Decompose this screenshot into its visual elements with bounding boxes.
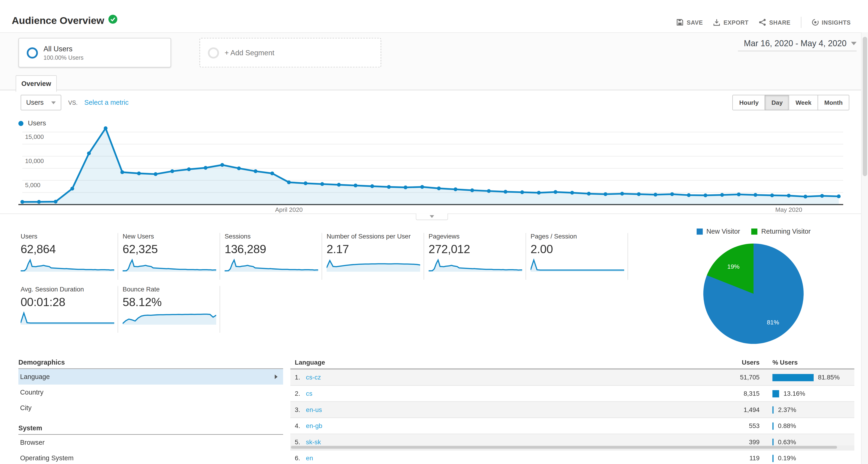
export-label: EXPORT bbox=[723, 19, 749, 26]
table-horizontal-scrollbar[interactable] bbox=[290, 445, 854, 450]
granularity-month[interactable]: Month bbox=[817, 95, 849, 110]
row-pct: 0.88% bbox=[778, 418, 796, 434]
scorecard-value: 136,289 bbox=[222, 243, 321, 256]
metric-picker-row: Users VS. Select a metric bbox=[21, 95, 129, 110]
table-row: 6.en1190.19% bbox=[290, 450, 854, 464]
row-pct: 13.16% bbox=[783, 386, 805, 402]
nav-item-label: Operating System bbox=[20, 450, 73, 464]
pct-bar bbox=[772, 390, 779, 397]
scorecard-value: 00:01:28 bbox=[18, 296, 118, 309]
granularity-week[interactable]: Week bbox=[789, 95, 818, 110]
language-link[interactable]: cs bbox=[306, 386, 313, 402]
row-users: 1,494 bbox=[744, 402, 760, 418]
row-users: 51,705 bbox=[740, 369, 760, 386]
row-pct: 0.19% bbox=[778, 450, 796, 464]
pie-label-new-visitor: 81% bbox=[767, 319, 779, 326]
legend-swatch-icon bbox=[696, 228, 703, 234]
chevron-down-icon bbox=[52, 101, 56, 104]
legend-swatch-icon bbox=[751, 228, 757, 234]
svg-text:April 2020: April 2020 bbox=[275, 206, 303, 213]
export-icon bbox=[713, 18, 721, 26]
svg-text:15,000: 15,000 bbox=[25, 133, 44, 140]
scorecard-pages-session: Pages / Session2.00 bbox=[528, 233, 628, 280]
page-vertical-scrollbar[interactable] bbox=[861, 32, 868, 464]
scrollbar-thumb[interactable] bbox=[291, 446, 837, 449]
scorecard-sparkline bbox=[224, 259, 318, 272]
nav-item-label: City bbox=[20, 400, 32, 416]
tab-overview[interactable]: Overview bbox=[16, 75, 57, 92]
scorecard-value: 2.17 bbox=[324, 243, 424, 256]
users-line-chart: 5,00010,00015,000April 2020May 2020 bbox=[0, 117, 868, 220]
add-segment-label: + Add Segment bbox=[224, 49, 274, 57]
pct-bar bbox=[772, 455, 773, 462]
save-icon bbox=[676, 18, 684, 26]
language-link[interactable]: en bbox=[306, 450, 313, 464]
chevron-down-icon bbox=[851, 41, 857, 45]
language-link[interactable]: cs-cz bbox=[306, 369, 321, 386]
language-link[interactable]: en-gb bbox=[306, 418, 322, 434]
col-pct-users: % Users bbox=[772, 357, 798, 368]
share-icon bbox=[758, 18, 767, 26]
legend-label: New Visitor bbox=[706, 227, 740, 235]
pie-legend: New VisitorReturning Visitor bbox=[642, 227, 865, 235]
page-title: Audience Overview bbox=[11, 14, 118, 27]
nav-item-operating-system[interactable]: Operating System bbox=[18, 450, 283, 464]
row-users: 119 bbox=[749, 450, 760, 464]
scorecard-value: 2.00 bbox=[528, 243, 627, 256]
collapse-arrow-icon bbox=[430, 215, 434, 218]
scorecard-label: Pages / Session bbox=[528, 233, 627, 240]
row-rank: 1. bbox=[295, 369, 300, 386]
scorecard-pageviews: Pageviews272,012 bbox=[426, 233, 526, 280]
select-metric-link[interactable]: Select a metric bbox=[84, 99, 128, 106]
nav-item-browser[interactable]: Browser bbox=[18, 435, 283, 450]
granularity-hourly[interactable]: Hourly bbox=[733, 95, 765, 110]
scorecard-avg-session-duration: Avg. Session Duration00:01:28 bbox=[18, 286, 118, 333]
scorecard-value: 62,864 bbox=[18, 243, 118, 256]
scorecard-sparkline bbox=[531, 259, 624, 272]
segment-all-users[interactable]: All Users 100.00% Users bbox=[18, 38, 171, 67]
tab-overview-label: Overview bbox=[21, 80, 51, 88]
segment-subtitle: 100.00% Users bbox=[43, 54, 83, 61]
granularity-day[interactable]: Day bbox=[765, 95, 789, 110]
save-label: SAVE bbox=[687, 19, 703, 26]
pct-bar bbox=[772, 406, 774, 413]
pct-bar bbox=[772, 439, 773, 446]
date-range-selector[interactable]: Mar 16, 2020 - May 4, 2020 bbox=[738, 36, 857, 51]
scorecard-sparkline bbox=[123, 259, 216, 272]
add-segment-button[interactable]: + Add Segment bbox=[199, 38, 381, 67]
scorecard-sparkline bbox=[327, 259, 420, 272]
pie-label-returning-visitor: 19% bbox=[727, 263, 740, 270]
svg-text:5,000: 5,000 bbox=[25, 182, 40, 189]
share-button[interactable]: SHARE bbox=[756, 17, 793, 27]
scorecard-label: Users bbox=[18, 233, 118, 240]
nav-item-language[interactable]: Language bbox=[18, 369, 283, 384]
nav-item-label: Language bbox=[20, 369, 50, 384]
language-link[interactable]: en-us bbox=[306, 402, 322, 418]
chart-collapse-button[interactable] bbox=[416, 213, 448, 220]
scorecard-label: Pageviews bbox=[426, 233, 526, 240]
nav-item-country[interactable]: Country bbox=[18, 384, 283, 400]
row-rank: 4. bbox=[295, 418, 300, 434]
row-pct: 2.37% bbox=[778, 402, 796, 418]
actions-divider bbox=[801, 17, 801, 28]
scrollbar-thumb[interactable] bbox=[863, 37, 867, 176]
table-row: 3.en-us1,4942.37% bbox=[290, 402, 854, 418]
export-button[interactable]: EXPORT bbox=[711, 17, 751, 27]
scorecard-users: Users62,864 bbox=[18, 233, 118, 280]
legend-label: Returning Visitor bbox=[761, 227, 810, 235]
vs-label: VS. bbox=[68, 99, 78, 106]
scorecard-new-users: New Users62,325 bbox=[120, 233, 220, 280]
nav-section-system: System bbox=[18, 423, 283, 435]
scorecard-label: Avg. Session Duration bbox=[18, 286, 118, 292]
segment-circle-icon bbox=[27, 47, 38, 58]
nav-item-city[interactable]: City bbox=[18, 400, 283, 416]
nav-item-label: Country bbox=[20, 384, 43, 400]
insights-button[interactable]: INSIGHTS bbox=[809, 17, 853, 27]
scorecard-value: 58.12% bbox=[120, 296, 219, 309]
audience-overview-page: Audience Overview SAVEEXPORTSHAREINSIGHT… bbox=[0, 0, 868, 464]
scorecard-sparkline bbox=[123, 312, 216, 325]
table-row: 4.en-gb5530.88% bbox=[290, 418, 854, 434]
metric-dropdown[interactable]: Users bbox=[21, 95, 62, 110]
save-button[interactable]: SAVE bbox=[674, 17, 705, 27]
add-segment-circle-icon bbox=[208, 47, 219, 58]
